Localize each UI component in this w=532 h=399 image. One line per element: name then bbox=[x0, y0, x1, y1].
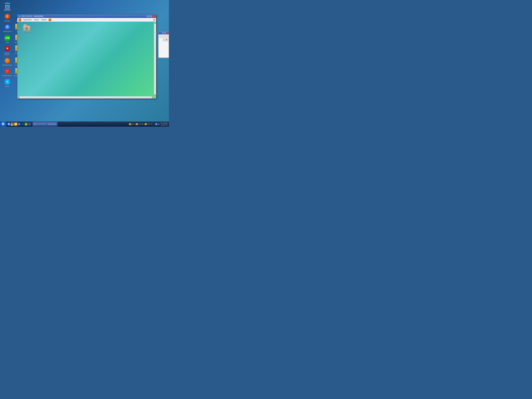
rdp-desktop-icon-home[interactable]: leon's Home bbox=[21, 24, 32, 33]
line-icon: LINE bbox=[5, 35, 10, 41]
desktop-icon-label-line: LINE bbox=[6, 42, 9, 43]
desktop-icon-skype[interactable]: 𝐒 Skype bbox=[2, 79, 12, 87]
rdp-scrollbar-right[interactable]: ▲ ▼ bbox=[154, 22, 156, 96]
taskbar: e 📁 ▶ S 📂 📌 163.21.245.152 - 遠端桌面連線 gith… bbox=[0, 121, 169, 127]
desktop-icon-cdburner[interactable]: CDBurnerXP bbox=[2, 24, 12, 33]
taskbar-folder-3dfomit-label: 3DFomit bbox=[147, 123, 152, 125]
desktop-icon-label-ccleaner: CCleaner bbox=[4, 20, 10, 22]
taskbar-folder-github-label: github bbox=[131, 123, 135, 125]
desktop-icon-label-pcman: PCMan Novus bbox=[3, 75, 12, 76]
rdp-scrollbar-bottom[interactable]: ◄ ► bbox=[17, 96, 154, 98]
second-window-searchbar[interactable] bbox=[159, 35, 168, 38]
desktop-icon-label-skype: Skype bbox=[5, 86, 9, 87]
notification-area[interactable] bbox=[167, 122, 168, 126]
system-tray: ◄ 🔊 下午 00:06 2018/7/19 bbox=[153, 122, 169, 126]
taskbar-date: 2018/7/19 bbox=[160, 124, 167, 126]
3dfomit-folder-icon bbox=[145, 123, 147, 125]
desktop-icon-recycle[interactable]: 資源回收筒 bbox=[2, 2, 12, 11]
svg-point-2 bbox=[3, 124, 4, 125]
start-orb bbox=[1, 122, 5, 126]
second-window-close[interactable]: ✕ bbox=[166, 32, 169, 34]
volume-icon[interactable]: 🔊 bbox=[158, 123, 160, 125]
taskbar-rdp-label: 163.21.245.152 - 遠端桌面連線 bbox=[36, 123, 56, 125]
pcman-icon: 🔴 bbox=[5, 69, 10, 74]
start-button[interactable] bbox=[0, 121, 6, 127]
rdp-menu-system[interactable]: System bbox=[40, 19, 48, 21]
desktop-icon-firefox[interactable]: Mozilla Firefox bbox=[2, 57, 12, 66]
taskbar-rdp-icon bbox=[34, 123, 36, 125]
taskbar-app-buttons: 163.21.245.152 - 遠端桌面連線 bbox=[33, 122, 128, 127]
rdp-menu-applications[interactable]: Applications bbox=[22, 19, 33, 21]
network-icon[interactable] bbox=[155, 123, 157, 125]
taskbar-folder-roopape[interactable]: RooPape bbox=[136, 123, 144, 125]
ql-ie-icon[interactable]: e bbox=[7, 123, 11, 126]
rdp-menu-places[interactable]: Places bbox=[33, 19, 40, 21]
second-window-minimize[interactable]: − bbox=[162, 32, 164, 34]
rdp-title-text: 163.21.245.152 - 遠端桌面連線 bbox=[21, 15, 146, 17]
second-window-titlebar: − □ ✕ bbox=[158, 32, 169, 34]
cdburner-icon bbox=[5, 24, 10, 30]
taskbar-time: 下午 00:06 bbox=[160, 122, 167, 124]
second-window-btn1[interactable] bbox=[163, 39, 165, 41]
gnome-logo[interactable] bbox=[18, 18, 21, 21]
desktop-icon-label-mcafee: McAfee Securit... bbox=[2, 52, 12, 55]
show-hidden-icons[interactable]: ◄ bbox=[154, 123, 155, 125]
rdp-titlebar: 🖥 163.21.245.152 - 遠端桌面連線 − □ ✕ bbox=[17, 14, 156, 18]
second-window-maximize[interactable]: □ bbox=[164, 32, 166, 34]
taskbar-folder-3dfomit[interactable]: 3DFomit bbox=[145, 123, 152, 125]
skype-icon: 𝐒 bbox=[5, 79, 10, 84]
rdp-home-icon-label: leon's Home bbox=[23, 31, 31, 33]
rdp-maximize-button[interactable]: □ bbox=[150, 15, 152, 17]
quicklaunch: e 📁 ▶ S 📂 📌 bbox=[6, 123, 32, 126]
desktop-icon-line[interactable]: LINE LINE bbox=[2, 35, 12, 43]
desktop-icon-pcman[interactable]: 🔴 PCMan Novus bbox=[2, 68, 12, 76]
rdp-title-icon: 🖥 bbox=[19, 15, 21, 17]
firefox-menubar-icon[interactable] bbox=[48, 18, 51, 21]
desktop-icon-mcafee[interactable]: M McAfee Securit... bbox=[2, 45, 12, 55]
desktop-icon-label-firefox: Mozilla Firefox bbox=[3, 64, 12, 66]
mcafee-icon: M bbox=[5, 46, 10, 51]
ql-explorer-icon[interactable]: 📁 bbox=[14, 123, 17, 126]
second-window-toolbar: ? bbox=[159, 39, 168, 41]
github-folder-icon bbox=[129, 123, 131, 125]
second-window: − □ ✕ ? bbox=[158, 32, 169, 58]
ql-chrome-icon[interactable] bbox=[11, 123, 14, 126]
rdp-window-controls: − □ ✕ bbox=[147, 15, 155, 17]
ccleaner-icon: C bbox=[5, 14, 10, 19]
taskbar-folder-github[interactable]: github bbox=[129, 123, 135, 125]
ql-media-icon[interactable]: ▶ bbox=[18, 123, 21, 126]
taskbar-folders: github RooPape 3DFomit bbox=[128, 123, 153, 125]
rdp-close-button[interactable]: ✕ bbox=[152, 15, 155, 17]
taskbar-rdp-button[interactable]: 163.21.245.152 - 遠端桌面連線 bbox=[33, 122, 57, 127]
rdp-scroll-left[interactable]: ◄ bbox=[17, 96, 19, 98]
taskbar-folder-roopape-label: RooPape bbox=[138, 123, 144, 125]
rdp-scroll-up[interactable]: ▲ bbox=[154, 22, 156, 24]
rdp-scroll-right[interactable]: ► bbox=[152, 96, 154, 98]
roopape-folder-icon bbox=[136, 123, 138, 125]
rdp-menubar: Applications Places System ▲ bbox=[17, 18, 156, 22]
second-window-btn2[interactable]: ? bbox=[166, 39, 168, 41]
ql-steam-icon[interactable]: S bbox=[21, 123, 24, 126]
home-folder-icon bbox=[23, 24, 30, 31]
desktop-icon-label-cdburner: CDBurnerXP bbox=[3, 31, 12, 32]
rdp-scroll-down[interactable]: ▼ bbox=[154, 94, 156, 96]
desktop: 資源回收筒 C CCleaner TV Team CDB bbox=[0, 0, 169, 127]
ql-files-icon[interactable]: 📂 bbox=[25, 123, 28, 126]
desktop-icon-ccleaner[interactable]: C CCleaner bbox=[2, 13, 12, 22]
rdp-content[interactable]: leon's Home ▲ ▼ ◄ ► bbox=[17, 22, 156, 98]
ql-pin-icon[interactable]: 📌 bbox=[28, 123, 31, 126]
svg-marker-0 bbox=[25, 27, 28, 30]
rdp-window: 🖥 163.21.245.152 - 遠端桌面連線 − □ ✕ Applicat… bbox=[17, 14, 156, 99]
firefox-icon bbox=[5, 58, 10, 63]
rdp-minimize-button[interactable]: − bbox=[147, 15, 149, 17]
taskbar-clock[interactable]: 下午 00:06 2018/7/19 bbox=[160, 122, 167, 126]
rdp-scrollup-btn[interactable]: ▲ bbox=[153, 19, 155, 21]
